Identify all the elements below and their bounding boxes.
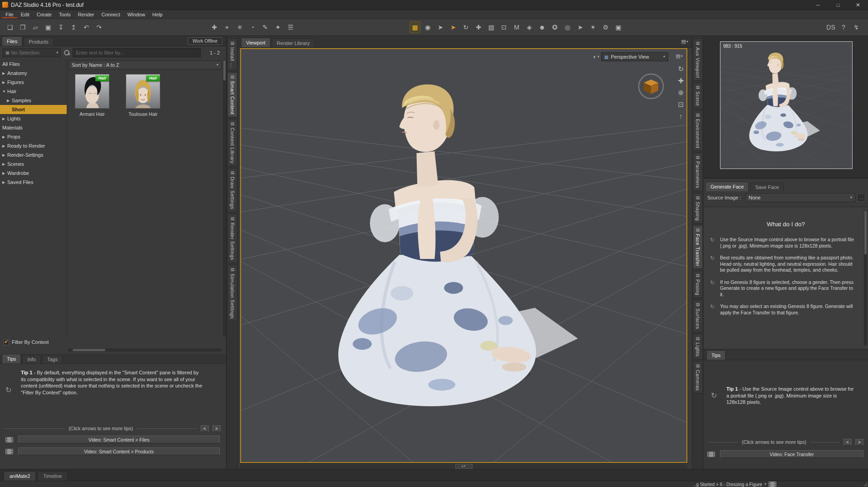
category-row[interactable]: Props	[0, 132, 67, 141]
sort-dropdown[interactable]: Sort by Name : A to Z ▾	[69, 60, 222, 70]
next-tip-button[interactable]: >	[855, 439, 863, 446]
node-selection-icon[interactable]: ➤	[435, 21, 446, 33]
dock-tab[interactable]: ▤ Environment	[693, 110, 703, 151]
redo-icon[interactable]: ↷	[94, 21, 104, 33]
browse-button[interactable]: …	[857, 194, 865, 202]
undo-icon[interactable]: ↶	[81, 21, 92, 33]
prev-tip-button[interactable]: <	[201, 425, 209, 432]
node-selection-alt-icon[interactable]: ➤	[448, 21, 459, 33]
video-face-transfer-button[interactable]: Video: Face Transfer	[720, 450, 863, 458]
dock-tab[interactable]: ▤ Aux Viewport	[693, 39, 703, 81]
dock-tab[interactable]: ▤ Simulation Settings	[227, 265, 237, 321]
category-row[interactable]: Samples	[0, 96, 67, 105]
scrollbar-thumb[interactable]	[73, 349, 105, 351]
viewport-pane-menu-icon[interactable]: ▤▾	[676, 53, 683, 59]
source-image-dropdown[interactable]: None ▾	[745, 193, 855, 202]
dock-tab[interactable]: ▤ Render Settings	[227, 214, 237, 263]
category-row[interactable]: Hair	[0, 87, 67, 96]
category-row[interactable]: All Files	[0, 60, 67, 69]
viewport-tab[interactable]: Render Library	[272, 39, 315, 47]
list-options-icon[interactable]: ☰	[285, 21, 296, 33]
node-star-icon[interactable]: ✦	[272, 21, 283, 33]
wand-tool-icon[interactable]: ✶	[587, 21, 598, 33]
rotate-tool-icon[interactable]: ↻	[460, 21, 471, 33]
viewport-3d-scene[interactable]	[241, 49, 686, 462]
menu-item[interactable]: Window	[123, 11, 148, 18]
info-tab[interactable]: Tips	[2, 354, 21, 363]
daz-store-icon[interactable]: DS	[825, 21, 836, 33]
left-panel-scrollbar[interactable]	[223, 60, 226, 337]
dock-tab[interactable]: ▤ Smart Content	[227, 72, 237, 117]
view-options-icon[interactable]: ◐▾	[593, 54, 599, 60]
orbit-rotate-icon[interactable]: ↻	[678, 65, 684, 72]
frame-view-icon[interactable]: ⊡	[678, 101, 684, 108]
menu-item[interactable]: Help	[149, 11, 167, 18]
category-row[interactable]: Materials	[0, 123, 67, 132]
category-row[interactable]: Saved Files	[0, 178, 67, 187]
menu-item[interactable]: Connect	[98, 11, 124, 18]
next-tip-button[interactable]: >	[212, 425, 221, 432]
category-row[interactable]: Ready to Render	[0, 141, 67, 150]
dock-tab[interactable]: ▤ Draw Settings	[227, 168, 237, 212]
splitter-handle[interactable]: ▴▾	[455, 464, 473, 469]
hair-thumbnail[interactable]: Hair	[126, 74, 160, 109]
category-row[interactable]: Wardrobe	[0, 169, 67, 178]
content-item-armani-hair[interactable]: Hair Armani Hair	[71, 74, 113, 117]
node-edit-icon[interactable]: ✎	[260, 21, 271, 33]
category-row[interactable]: Figures	[0, 78, 67, 87]
face-transfer-tab[interactable]: Save Face	[750, 183, 784, 191]
help-icon[interactable]: ?	[838, 21, 849, 33]
dock-tab[interactable]: ▤ Lights	[693, 334, 703, 359]
smart-content-grid-icon[interactable]: ▦	[409, 21, 420, 33]
people-tool-icon[interactable]: ✪	[549, 21, 560, 33]
video-smart-content-products-button[interactable]: Video: Smart Content > Products	[18, 447, 220, 455]
video-smart-content-files-button[interactable]: Video: Smart Content > Files	[18, 436, 220, 443]
menu-item[interactable]: Tools	[55, 11, 74, 18]
scene-globe-icon[interactable]: ◉	[422, 21, 433, 33]
help-scrollbar[interactable]	[864, 210, 867, 345]
connect-status-icon[interactable]: ↯	[851, 21, 862, 33]
dock-tab[interactable]: ▤ Install ...	[227, 39, 237, 70]
resize-grip[interactable]: ◢	[863, 482, 867, 487]
translate-tool-icon[interactable]: ✚	[473, 21, 484, 33]
info-tab[interactable]: Tags	[42, 355, 63, 363]
lesson-selector-dropdown[interactable]: ..g Started > II - Dressing a Figure ▾	[694, 481, 776, 487]
camera-add-icon[interactable]: ◎	[562, 21, 573, 33]
category-row[interactable]: Anatomy	[0, 69, 67, 78]
measure-tool-icon[interactable]: M	[511, 21, 522, 33]
bottom-tab[interactable]: Timeline	[37, 471, 68, 481]
smart-content-tab[interactable]: Files	[2, 36, 22, 46]
dock-tab[interactable]: ▤ Scene	[693, 83, 703, 109]
pane-menu-icon[interactable]: ▤▾	[681, 39, 688, 45]
camera-view-icon[interactable]: ▣	[613, 21, 624, 33]
content-item-toulouse-hair[interactable]: Hair Toulouse Hair	[122, 74, 164, 117]
node-timer-icon[interactable]: ◔	[247, 21, 258, 33]
open-file-icon[interactable]: ❐	[17, 21, 28, 33]
prev-tip-button[interactable]: <	[843, 439, 852, 446]
minimize-button[interactable]: ─	[808, 0, 828, 10]
viewport-tab[interactable]: Viewport	[241, 38, 271, 47]
dock-tab[interactable]: ▤ Cameras	[693, 361, 703, 393]
category-row[interactable]: Scenes	[0, 159, 67, 169]
new-figure-icon[interactable]: ✚	[209, 21, 220, 33]
node-align-icon[interactable]: ⌖	[222, 21, 232, 33]
dock-tab[interactable]: ▤ Surfaces	[693, 300, 703, 332]
scrollbar-thumb[interactable]	[223, 60, 226, 80]
scrollbar-thumb[interactable]	[864, 211, 867, 254]
category-row[interactable]: Render-Settings	[0, 150, 67, 159]
open-recent-icon[interactable]: ▱	[30, 21, 41, 33]
camera-selector-dropdown[interactable]: ▦ Perspective View ▾	[601, 52, 668, 61]
maximize-button[interactable]: □	[828, 0, 848, 10]
aux-viewport-frame[interactable]: 983 : 915	[720, 41, 853, 169]
smart-content-tab[interactable]: Products	[24, 37, 53, 46]
hair-thumbnail[interactable]: Hair	[75, 74, 109, 109]
save-icon[interactable]: ▣	[43, 21, 54, 33]
view-orbit-cube[interactable]	[636, 72, 666, 101]
menu-item[interactable]: Render	[74, 11, 98, 18]
node-snap-icon[interactable]: ✳	[234, 21, 245, 33]
reset-view-icon[interactable]: ↑	[679, 113, 683, 119]
dock-tab[interactable]: ▤ Shaping	[693, 193, 703, 224]
work-offline-button[interactable]: Work Offline	[187, 37, 222, 45]
menu-item[interactable]: File	[2, 11, 17, 18]
pan-tool-icon[interactable]: ✚	[678, 77, 684, 84]
